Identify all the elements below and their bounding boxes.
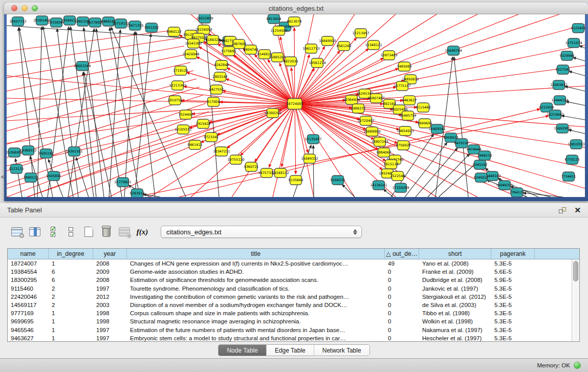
network-node[interactable] — [353, 104, 364, 113]
network-node[interactable] — [223, 47, 235, 56]
network-node[interactable] — [338, 41, 350, 51]
network-node[interactable] — [474, 160, 486, 169]
network-node[interactable] — [272, 53, 284, 62]
network-edge[interactable] — [7, 103, 206, 171]
network-edge[interactable] — [295, 14, 314, 104]
network-node[interactable] — [64, 16, 76, 25]
network-node[interactable] — [359, 89, 371, 98]
network-node[interactable] — [371, 94, 382, 103]
network-node[interactable] — [103, 17, 115, 26]
network-edge[interactable] — [295, 14, 355, 104]
network-node[interactable] — [233, 39, 245, 49]
network-node[interactable] — [308, 135, 319, 144]
network-node[interactable] — [216, 60, 228, 70]
network-edge[interactable] — [566, 101, 585, 105]
network-edge[interactable] — [295, 55, 310, 104]
network-node[interactable] — [563, 172, 575, 181]
network-node[interactable] — [368, 40, 380, 50]
table-row[interactable]: 1872400712008Changes of HCN gene express… — [8, 259, 572, 268]
network-edge[interactable] — [84, 72, 112, 197]
network-node[interactable] — [188, 39, 200, 48]
function-builder-button[interactable]: f(x) — [136, 225, 149, 238]
network-view-window[interactable]: citations_edges.txt 20557712203914061933… — [4, 3, 588, 201]
network-node[interactable] — [207, 35, 219, 45]
network-edge[interactable] — [569, 130, 585, 134]
table-row[interactable]: 1830029562008Estimation of significance … — [8, 276, 572, 284]
network-node[interactable] — [23, 146, 34, 155]
table-row[interactable]: 969969511998Structural magnetic resonanc… — [8, 317, 572, 325]
network-edge[interactable] — [143, 194, 160, 197]
network-node[interactable] — [275, 168, 287, 178]
network-node[interactable] — [261, 168, 273, 178]
network-node[interactable] — [400, 126, 411, 136]
network-node[interactable] — [395, 183, 407, 192]
network-edge[interactable] — [295, 104, 296, 174]
network-node[interactable] — [511, 188, 523, 197]
network-node[interactable] — [289, 17, 300, 26]
network-node[interactable] — [456, 139, 468, 148]
network-node[interactable] — [554, 96, 566, 105]
column-header-filler[interactable] — [535, 249, 573, 259]
network-edge[interactable] — [227, 104, 295, 148]
network-node[interactable] — [402, 111, 414, 120]
network-edge[interactable] — [405, 142, 447, 197]
table-row[interactable]: 977716911998Corpus callosum shape and si… — [8, 309, 572, 317]
network-node[interactable] — [418, 103, 429, 112]
scrollbar-thumb[interactable] — [573, 261, 578, 281]
network-node[interactable] — [208, 97, 220, 106]
network-node[interactable] — [206, 133, 217, 142]
network-edge[interactable] — [7, 104, 295, 143]
network-node[interactable] — [571, 140, 582, 149]
network-node[interactable] — [132, 189, 143, 197]
create-new-column-button[interactable] — [82, 225, 95, 238]
network-node[interactable] — [568, 38, 580, 48]
network-edge[interactable] — [7, 71, 193, 118]
network-node[interactable] — [468, 145, 480, 154]
network-node[interactable] — [175, 66, 187, 75]
network-edge[interactable] — [561, 116, 585, 120]
network-node[interactable] — [561, 51, 573, 60]
network-node[interactable] — [332, 176, 344, 185]
table-chooser-dropdown[interactable]: citations_edges.txt — [161, 226, 362, 238]
network-node[interactable] — [553, 80, 565, 90]
network-edge[interactable] — [295, 25, 585, 104]
network-node[interactable] — [445, 133, 457, 142]
memory-status-indicator[interactable] — [574, 362, 581, 369]
network-edge[interactable] — [313, 145, 314, 197]
column-header-year[interactable]: year — [93, 249, 127, 259]
network-node[interactable] — [185, 50, 197, 59]
network-node[interactable] — [312, 58, 323, 68]
network-node[interactable] — [392, 171, 404, 181]
table-row[interactable]: 946554611997Estimation of the future num… — [8, 326, 572, 334]
column-header-title[interactable]: title — [127, 249, 385, 259]
network-node[interactable] — [246, 162, 257, 171]
network-node[interactable] — [214, 72, 226, 81]
network-node[interactable] — [9, 148, 20, 157]
tab-edge-table[interactable]: Edge Table — [267, 345, 314, 356]
network-node[interactable] — [290, 176, 302, 185]
delete-table-button[interactable]: x — [118, 225, 131, 238]
column-header-pagerank[interactable]: pagerank — [491, 249, 535, 259]
network-node[interactable] — [355, 29, 367, 38]
window-titlebar[interactable]: citations_edges.txt — [4, 3, 588, 14]
network-node[interactable] — [304, 154, 316, 163]
network-node[interactable] — [360, 116, 372, 125]
table-settings-button[interactable] — [10, 225, 24, 238]
network-node[interactable] — [273, 26, 285, 35]
column-header-short[interactable]: short — [419, 249, 491, 259]
network-node[interactable] — [378, 148, 390, 157]
network-node[interactable] — [199, 14, 211, 23]
network-node[interactable] — [419, 119, 431, 128]
table-row[interactable]: 2242004622012Investigating the contribut… — [8, 293, 572, 301]
network-node[interactable] — [180, 110, 192, 119]
network-edge[interactable] — [135, 34, 151, 197]
network-edge[interactable] — [342, 184, 355, 197]
table-row[interactable]: 946362711997Embryonic stem cells: a mode… — [8, 334, 572, 342]
network-node[interactable] — [198, 119, 209, 128]
column-header-name[interactable]: name — [8, 249, 49, 259]
network-node[interactable] — [557, 124, 569, 133]
network-node[interactable] — [172, 81, 184, 90]
network-edge[interactable] — [136, 32, 155, 197]
network-node[interactable] — [25, 173, 37, 182]
network-node[interactable] — [12, 17, 24, 26]
